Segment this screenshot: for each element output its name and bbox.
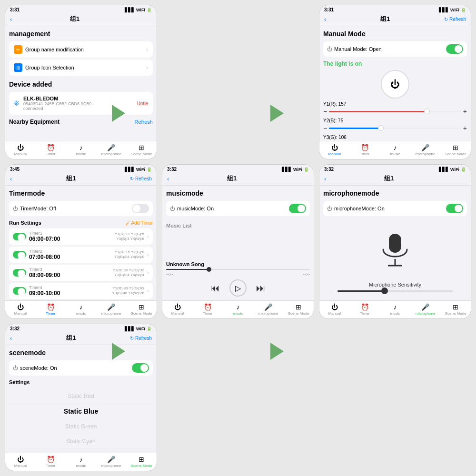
refresh-6[interactable]: ↻ Refresh: [130, 336, 152, 341]
prev-button[interactable]: ⏮: [210, 283, 220, 294]
timer-row-1[interactable]: Timer1 06:00-07:00 Y1(R):11 Y2(G):5Y3(B)…: [9, 228, 153, 245]
song-track[interactable]: [166, 269, 310, 270]
phone-manual: 3:31 ▋▋▋ WiFi 🔋 ‹ 组1 ↻ Refresh Manual Mo…: [319, 5, 471, 159]
tab-mic-1[interactable]: 🎤 microphone: [96, 144, 127, 156]
mode-header-mic: ⏻ microphoneMode: On: [323, 201, 467, 216]
y1-slider[interactable]: [329, 111, 461, 112]
tab-mic-2[interactable]: 🎤 microphone: [410, 144, 441, 156]
mode-label-music: ⏻ musicMode: On: [170, 206, 214, 211]
tab-music-5[interactable]: ♪ music: [380, 303, 410, 316]
scene-icon-5: ⊞: [453, 303, 458, 311]
timer-label-4: Timer: [203, 311, 212, 316]
timer4-toggle[interactable]: [13, 287, 26, 295]
add-timer-btn[interactable]: 🖊 Add Timer: [125, 220, 153, 226]
tab-mic-3[interactable]: 🎤 microphone: [96, 303, 127, 316]
next-button[interactable]: ⏭: [256, 283, 266, 294]
tab-scene-5[interactable]: ⊞ Scene Mode: [440, 303, 471, 316]
status-bar-2: 3:31 ▋▋▋ WiFi 🔋: [319, 5, 471, 13]
music-label-6: music: [76, 464, 86, 468]
tab-music-1[interactable]: ♪ music: [66, 144, 96, 156]
group-icon-label: Group Icon Selection: [25, 65, 74, 70]
content-timer: Timermode ⏻ TimerMode: Off Run Settings …: [5, 186, 157, 300]
refresh-3[interactable]: ↻ Refresh: [130, 176, 152, 181]
tab-scene-3[interactable]: ⊞ Scene Mode: [126, 303, 157, 316]
tab-music-4[interactable]: ♪ music: [223, 303, 253, 316]
mode-label-mic: ⏻ microphoneMode: On: [327, 206, 385, 211]
scene-label-4: Scene Mode: [288, 311, 309, 316]
y2-plus[interactable]: +: [463, 124, 467, 132]
tab-music-6[interactable]: ♪ music: [66, 456, 96, 468]
timer4-info: Timer4 09:00-10:00: [29, 285, 109, 297]
tab-manual-2[interactable]: ⏻ Manual: [319, 144, 350, 156]
tab-manual-5[interactable]: ⏻ Manual: [319, 303, 350, 316]
timer3-info: Timer3 08:00-09:00: [29, 267, 109, 278]
group-icon-row[interactable]: ⊞ Group Icon Selection ›: [9, 60, 153, 76]
tab-timer-5[interactable]: ⏰ Timer: [350, 303, 380, 316]
scene-static-blue[interactable]: Static Blue: [9, 404, 153, 419]
y2-minus[interactable]: −: [323, 124, 327, 132]
refresh-2[interactable]: ↻ Refresh: [444, 17, 466, 22]
untie-button[interactable]: Untie: [137, 101, 148, 106]
mic-visual: [323, 220, 467, 282]
status-bar-4: 3:32 ▋▋▋ WiFi 🔋: [162, 165, 314, 173]
y1-plus[interactable]: +: [463, 108, 467, 115]
timer-row-4[interactable]: Timer4 09:00-10:00 Y1(R):86 Y2(G):63Y3(B…: [9, 283, 153, 299]
play-button[interactable]: ▷: [229, 279, 247, 297]
manual-label-4: Manual: [171, 311, 184, 316]
power-icon-music: ⏻: [170, 206, 175, 211]
tab-manual-3[interactable]: ⏻ Manual: [5, 303, 36, 316]
tab-manual-6[interactable]: ⏻ Manual: [5, 456, 36, 468]
tab-music-2[interactable]: ♪ music: [380, 144, 410, 156]
tab-music-3[interactable]: ♪ music: [66, 303, 96, 316]
toggle-mic[interactable]: [446, 204, 463, 213]
arrow-container-1: [162, 5, 314, 159]
arrow-4: [270, 343, 284, 360]
scene-static-red[interactable]: Static Red: [9, 389, 153, 404]
nearby-refresh[interactable]: Refresh: [134, 119, 153, 125]
tab-bar-4: ⏻ Manual ⏰ Timer ♪ music 🎤 microphone ⊞ …: [162, 300, 314, 318]
tab-scene-2[interactable]: ⊞ Scene Mode: [440, 144, 471, 156]
timer-icon-5: ⏰: [361, 303, 369, 311]
tab-manual-4[interactable]: ⏻ Manual: [162, 303, 193, 316]
status-icons-1: ▋▋▋ WiFi 🔋: [125, 8, 152, 12]
scene-static-cyan[interactable]: Static Cyan: [9, 434, 153, 449]
sens-track[interactable]: [337, 290, 453, 292]
toggle-scene[interactable]: [132, 363, 149, 373]
tab-mic-4[interactable]: 🎤 microphone: [253, 303, 284, 316]
timer-row-2[interactable]: Timer2 07:00-08:00 Y1(R):15 Y2(G):8Y3(B)…: [9, 247, 153, 263]
manual-icon-6: ⏻: [17, 456, 24, 463]
tab-mic-5[interactable]: 🎤 microphone: [410, 303, 441, 316]
nav-bar-6: ‹ 组1 ↻ Refresh: [5, 332, 157, 345]
timer-label-2: Timer: [360, 152, 369, 156]
timer3-toggle[interactable]: [13, 269, 26, 277]
tab-manual-1[interactable]: ⏻ Manual: [5, 144, 36, 156]
tab-scene-6[interactable]: ⊞ Scene Mode: [126, 456, 157, 468]
tab-timer-1[interactable]: ⏰ Timer: [36, 144, 66, 156]
tab-timer-6[interactable]: ⏰ Timer: [36, 456, 66, 468]
svg-rect-0: [389, 234, 401, 253]
tab-scene-1[interactable]: ⊞ Scene Mode: [126, 144, 157, 156]
toggle-timer[interactable]: [132, 204, 149, 213]
scene-static-green[interactable]: Static Green: [9, 419, 153, 434]
timer1-id: Timer1: [29, 231, 112, 236]
y1-minus[interactable]: −: [323, 108, 327, 115]
toggle-manual[interactable]: [446, 44, 463, 54]
group-name-row[interactable]: ✏ Group name modification ›: [9, 41, 153, 58]
signal-icon: ▋▋▋: [125, 8, 135, 12]
toggle-music[interactable]: [289, 204, 306, 213]
timer2-toggle[interactable]: [13, 251, 26, 258]
tab-mic-6[interactable]: 🎤 microphone: [96, 456, 127, 468]
tab-timer-4[interactable]: ⏰ Timer: [193, 303, 223, 316]
power-button[interactable]: ⏻: [381, 70, 409, 99]
status-icons-5: ▋▋▋ WiFi 🔋: [439, 167, 466, 172]
music-label-3: music: [76, 311, 86, 316]
music-icon-5: ♪: [393, 303, 397, 311]
tab-timer-3[interactable]: ⏰ Timer: [36, 303, 66, 316]
timer1-toggle[interactable]: [13, 233, 26, 240]
signal-5: ▋▋▋: [439, 167, 449, 172]
y2-slider[interactable]: [329, 128, 461, 129]
tab-timer-2[interactable]: ⏰ Timer: [350, 144, 380, 156]
tab-scene-4[interactable]: ⊞ Scene Mode: [283, 303, 314, 316]
timer2-extra: Y1(R):15 Y2(G):8Y3(B):24 Y4(W):0: [114, 250, 144, 260]
timer-row-3[interactable]: Timer3 08:00-09:00 Y1(R):36 Y2(G):32Y3(B…: [9, 265, 153, 281]
